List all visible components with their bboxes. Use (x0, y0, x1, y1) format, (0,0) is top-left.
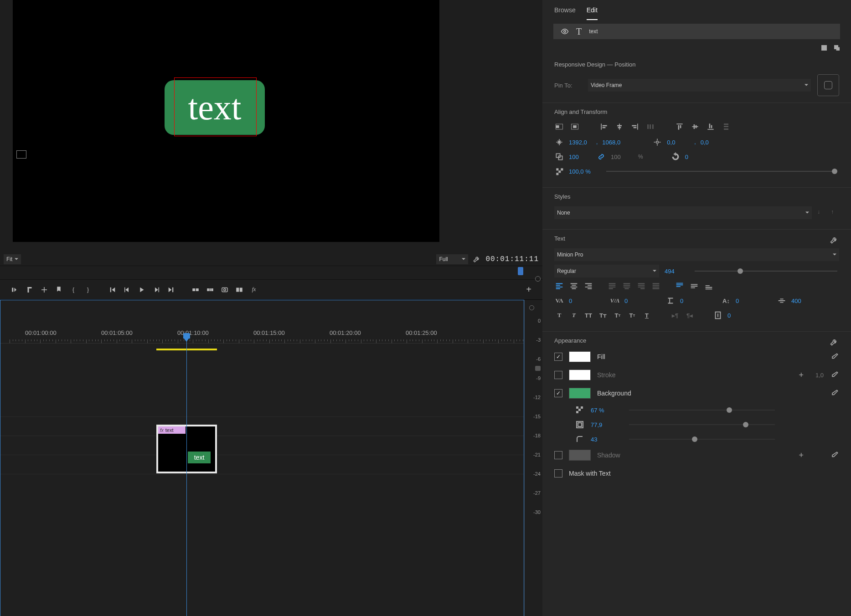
canvas-text[interactable]: text (188, 90, 242, 125)
background-checkbox[interactable] (554, 389, 562, 397)
faux-bold-icon[interactable]: T (554, 310, 564, 320)
new-from-template-icon[interactable] (820, 44, 828, 52)
font-size[interactable]: 494 (665, 268, 687, 275)
extract-icon[interactable] (206, 286, 214, 294)
export-frame-icon[interactable] (221, 286, 229, 294)
align-right-icon[interactable] (630, 122, 640, 132)
shadow-checkbox[interactable] (554, 451, 562, 459)
go-to-out-icon[interactable] (167, 286, 175, 294)
timecode-display[interactable]: 00:01:11:11 (485, 255, 539, 263)
bg-size-slider[interactable] (629, 424, 775, 425)
grid-icon[interactable] (40, 286, 48, 294)
position-x[interactable]: 1392,0 (569, 139, 592, 146)
scale-value[interactable]: 100 (569, 154, 592, 160)
bg-radius-slider[interactable] (629, 439, 775, 440)
play-icon[interactable] (138, 286, 146, 294)
indent-value[interactable]: 0 (727, 312, 750, 319)
fill-checkbox[interactable] (554, 353, 562, 361)
stroke-checkbox[interactable] (554, 371, 562, 379)
marker-icon[interactable] (55, 286, 63, 294)
faux-italic-icon[interactable]: T (569, 310, 579, 320)
text-align-left-icon[interactable] (554, 281, 564, 291)
font-select[interactable]: Minion Pro (554, 248, 839, 261)
background-eyedropper-icon[interactable] (830, 389, 839, 398)
tategaki-icon[interactable] (713, 310, 723, 320)
preview-canvas[interactable]: text (13, 0, 439, 242)
wrench-icon[interactable] (473, 255, 481, 263)
leading-value[interactable]: 0 (680, 298, 703, 304)
rotation-value[interactable]: 0 (685, 154, 708, 160)
zoom-handle-top[interactable] (529, 305, 534, 310)
appearance-settings-wrench-icon[interactable] (829, 337, 839, 347)
opacity-slider[interactable] (606, 171, 837, 172)
kerning-value[interactable]: 0 (569, 298, 592, 304)
mark-in-brace-icon[interactable]: { (69, 286, 77, 294)
bg-size-value[interactable]: 77,9 (591, 421, 614, 428)
position-icon[interactable] (554, 137, 564, 147)
rotation-icon[interactable] (670, 152, 681, 162)
tab-edit[interactable]: Edit (587, 6, 598, 20)
marker-strip[interactable] (0, 266, 542, 279)
mark-in-icon[interactable] (26, 286, 34, 294)
zoom-select[interactable]: Fit (4, 254, 21, 264)
opacity-icon[interactable] (554, 166, 564, 176)
baseline-value[interactable]: 0 (736, 298, 758, 304)
playhead[interactable] (186, 339, 187, 616)
out-point-marker[interactable] (518, 267, 523, 275)
underline-icon[interactable]: T (642, 310, 652, 320)
align-top-icon[interactable] (675, 122, 685, 132)
text-background-shape[interactable]: text (165, 80, 265, 135)
style-push-up-icon[interactable]: ↑ (831, 209, 839, 217)
mark-out-brace-icon[interactable]: } (84, 286, 92, 294)
align-h-center-icon[interactable] (614, 122, 624, 132)
lift-icon[interactable] (191, 286, 200, 294)
zoom-scrollbar[interactable] (535, 366, 541, 371)
fill-eyedropper-icon[interactable] (830, 352, 839, 361)
superscript-icon[interactable]: TT (613, 310, 623, 320)
style-select[interactable]: None (554, 206, 812, 219)
subscript-icon[interactable]: TT (627, 310, 637, 320)
button-editor-icon[interactable]: + (526, 284, 531, 295)
small-caps-icon[interactable]: Tᴛ (598, 310, 608, 320)
position-y[interactable]: 1068,0 (602, 139, 625, 146)
text-middle-icon[interactable] (689, 281, 699, 291)
tracking-value[interactable]: 0 (624, 298, 647, 304)
anchor-point-icon[interactable] (652, 137, 662, 147)
text-align-right-icon[interactable] (583, 281, 593, 291)
add-marker-icon[interactable] (11, 286, 19, 294)
tsume-value[interactable]: 400 (791, 298, 814, 304)
mask-checkbox[interactable] (554, 469, 562, 477)
align-bottom-icon[interactable] (706, 122, 716, 132)
stroke-eyedropper-icon[interactable] (830, 370, 839, 380)
timeline-zoom-handle[interactable] (535, 276, 541, 282)
layer-row[interactable]: T text (553, 24, 840, 39)
comparison-view-icon[interactable] (235, 286, 243, 294)
fx-icon[interactable]: fx (250, 286, 258, 294)
anchor-y[interactable]: 0,0 (701, 139, 723, 146)
quality-select[interactable]: Full (436, 254, 468, 264)
step-back-icon[interactable] (123, 286, 131, 294)
align-h-left-canvas-icon[interactable] (554, 122, 564, 132)
link-scale-icon[interactable] (596, 152, 606, 162)
text-top-icon[interactable] (675, 281, 685, 291)
font-size-slider[interactable] (695, 271, 837, 272)
text-bottom-icon[interactable] (704, 281, 714, 291)
text-align-center-icon[interactable] (569, 281, 579, 291)
bg-opacity-slider[interactable] (629, 410, 775, 411)
new-layer-icon[interactable] (833, 44, 841, 52)
align-v-center-icon[interactable] (690, 122, 700, 132)
stroke-color-swatch[interactable] (569, 370, 591, 380)
safe-margins-icon[interactable] (16, 150, 26, 159)
step-forward-icon[interactable] (152, 286, 160, 294)
pin-to-select[interactable]: Video Frame (588, 79, 811, 92)
style-push-down-icon[interactable]: ↓ (817, 209, 825, 217)
go-to-in-icon[interactable] (108, 286, 117, 294)
anchor-x[interactable]: 0,0 (667, 139, 690, 146)
bg-radius-value[interactable]: 43 (591, 436, 614, 443)
add-stroke-icon[interactable]: + (799, 370, 804, 380)
shadow-eyedropper-icon[interactable] (830, 451, 839, 460)
timeline-area[interactable]: 00:01:00:00 00:01:05:00 00:01:10:00 00:0… (0, 300, 524, 616)
align-h-center-canvas-icon[interactable] (570, 122, 580, 132)
fill-color-swatch[interactable] (569, 351, 591, 362)
pin-target-widget[interactable] (817, 74, 839, 96)
